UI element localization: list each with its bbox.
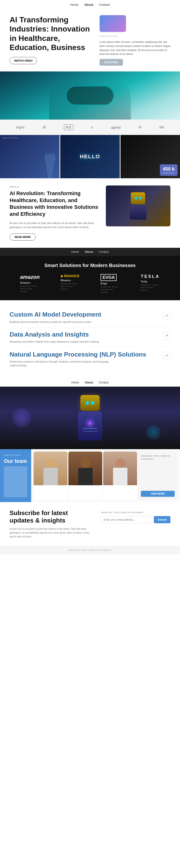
hero-right: Image from Unsplash Lorem ipsum dolor si…	[100, 15, 170, 66]
robot-full-head	[80, 395, 100, 411]
arrow-icon-2: ↗	[165, 334, 168, 338]
nav2-contact[interactable]: Contact	[99, 250, 109, 254]
smart-title: Smart Solutions for Modern Businesses	[10, 263, 170, 268]
service-text-1: Custom AI Model Development Building tai…	[10, 311, 160, 324]
robot-eye-left	[135, 197, 137, 199]
nav3-about[interactable]: About	[85, 381, 93, 384]
hero-left: AI Transforming Industries: Innovation i…	[10, 15, 95, 64]
chest-orb	[87, 420, 93, 426]
about-left: About us AI Revolution: Transforming Hea…	[10, 185, 100, 241]
team-card-2	[68, 452, 102, 500]
nav-contact[interactable]: Contact	[99, 3, 110, 6]
nav2-home[interactable]: Home	[71, 250, 79, 254]
about-section: About us AI Revolution: Transforming Hea…	[0, 178, 180, 248]
logo-apmd: apmd	[111, 125, 121, 129]
grid-cell-2: HELLO	[60, 135, 120, 178]
nav3: Home About Contact	[0, 378, 180, 386]
logo-anchor: ⎈	[91, 125, 94, 130]
robot-body-block	[130, 205, 146, 220]
team-card-3	[103, 452, 137, 500]
service-arrow-3[interactable]: ↗	[163, 352, 170, 360]
footer: Sample text. Click to select the Text El…	[0, 546, 180, 554]
hero-image-label: Image from Unsplash	[100, 35, 170, 37]
hero-section: AI Transforming Industries: Innovation i…	[0, 9, 180, 71]
team-tag: Image from Freepik	[4, 454, 27, 456]
robot-eye-right	[139, 197, 141, 199]
nav2: Home About Contact	[0, 248, 180, 256]
service-title-2: Data Analysis and Insights	[10, 331, 160, 338]
team-section: Image from Freepik Our team	[0, 449, 180, 502]
about-right	[106, 185, 170, 226]
grid-cell-1: Image from Unsplash	[0, 135, 60, 178]
images-grid: Image from Unsplash HELLO 450 k Active u…	[0, 135, 180, 178]
subscribe-desc: At vero eos et accusam et justo duo dolo…	[10, 527, 93, 539]
read-more-button[interactable]: READ MORE	[10, 234, 36, 241]
hero-title: AI Transforming Industries: Innovation i…	[10, 15, 95, 52]
brand-name-tesla: Tesla	[141, 280, 160, 283]
robot-full-banner	[0, 386, 180, 449]
chest-stripe2	[83, 431, 97, 432]
hand-shape	[40, 149, 60, 178]
hero-image	[100, 15, 126, 32]
service-item-1[interactable]: Custom AI Model Development Building tai…	[10, 307, 170, 328]
chest-stripe	[83, 428, 97, 429]
service-item-3[interactable]: Natural Language Processing (NLP) Soluti…	[10, 347, 170, 371]
nav3-contact[interactable]: Contact	[99, 381, 109, 384]
brand-desc-tesla: Sample text. Click to select the Text El…	[141, 284, 160, 292]
about-tag: About us	[10, 185, 100, 188]
glow-left	[12, 408, 31, 428]
email-row: Submit	[101, 516, 170, 523]
service-desc-3: Enhancing customer interactions through …	[10, 360, 125, 368]
watch-video-button[interactable]: WATCH VIDEO	[10, 57, 37, 64]
robot-figure	[130, 192, 146, 220]
nav2-about[interactable]: About	[85, 250, 93, 254]
brand-logo-amazon: amazon	[20, 274, 40, 280]
service-arrow-1[interactable]: ↗	[163, 312, 170, 319]
service-desc-2: Attracting actionable insights from larg…	[10, 340, 125, 344]
grid-label-1: Image from Unsplash	[2, 137, 18, 138]
grid-cell-3: 450 k Active users	[120, 135, 180, 178]
nav-home[interactable]: Home	[70, 3, 78, 6]
submit-button[interactable]: Submit	[154, 516, 170, 523]
logo-diamond: ❖	[138, 125, 142, 130]
service-item-2[interactable]: Data Analysis and Insights Attracting ac…	[10, 328, 170, 347]
person2-photo	[68, 452, 102, 485]
service-arrow-2[interactable]: ↗	[163, 332, 170, 339]
arrow-icon-1: ↗	[165, 314, 168, 317]
brand-binance: ◈ BINANCE Binance Sample text. Click to …	[61, 274, 80, 294]
brand-desc-evga: Sample text. Click to select the Text El…	[101, 285, 120, 294]
arrow-icon-3: ↗	[165, 354, 168, 358]
brand-name-binance: Binance	[61, 279, 80, 282]
view-more-button[interactable]: VIEW MORE	[141, 491, 175, 497]
service-text-3: Natural Language Processing (NLP) Soluti…	[10, 351, 160, 368]
services-section: Custom AI Model Development Building tai…	[0, 300, 180, 378]
person3-photo	[103, 452, 137, 485]
brands-row: amazon Amazon Sample text. Click to sele…	[10, 274, 170, 294]
email-input[interactable]	[101, 516, 152, 523]
subscribe-section: Subscribe for latest updates & insights …	[0, 502, 180, 546]
logo-flower: ❋	[42, 124, 46, 130]
brand-name-evga: Evga	[101, 282, 120, 285]
team-info-card: Sample text. Click to select the Text El…	[138, 452, 178, 500]
vr-banner	[0, 71, 180, 120]
about-title: AI Revolution: Transforming Healthcare, …	[10, 190, 100, 217]
robot-full-figure	[78, 395, 102, 440]
brand-desc-amazon: Sample text. Click to select the Text El…	[20, 285, 39, 293]
nav-about[interactable]: About	[84, 3, 93, 6]
stat-box: 450 k Active users	[160, 164, 178, 176]
brand-desc-binance: Sample text. Click to select the Text El…	[61, 282, 80, 290]
person1-photo	[34, 452, 67, 485]
brand-amazon: amazon Amazon Sample text. Click to sele…	[20, 274, 40, 294]
hero-description: Lorem ipsum dolor sit amet, consectetur …	[100, 40, 170, 56]
team-title: Our team	[4, 458, 27, 464]
team-card-1	[34, 452, 67, 500]
robot-full-body	[78, 412, 102, 440]
discover-button[interactable]: DISCOVER	[100, 59, 123, 66]
robot-eye-l	[86, 402, 89, 404]
glow-right	[146, 425, 161, 439]
nav3-home[interactable]: Home	[71, 381, 79, 384]
brand-evga: EVGA Evga Sample text. Click to select t…	[101, 274, 120, 294]
subscribe-sample-text: Sample text. Click to select the Text El…	[101, 511, 170, 514]
brand-logo-tesla: TESLA	[141, 274, 160, 279]
smart-section: Smart Solutions for Modern Businesses am…	[0, 256, 180, 301]
